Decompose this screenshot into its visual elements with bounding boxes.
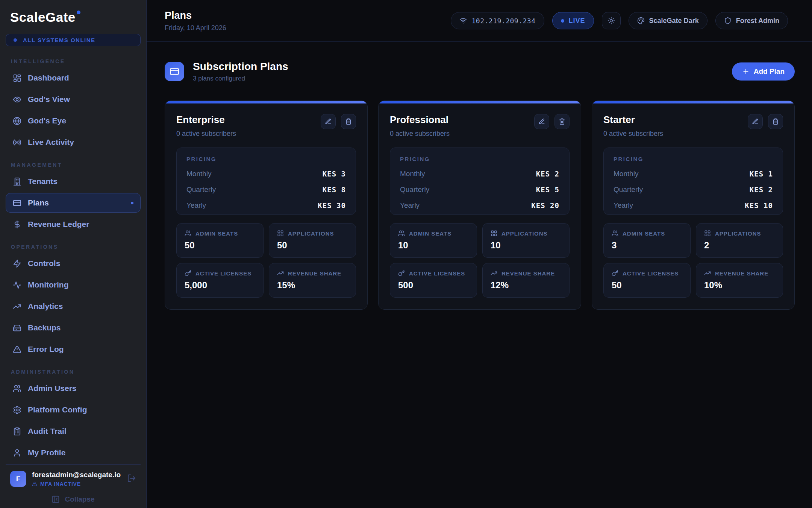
price-label: Monthly (186, 170, 212, 178)
status-dot-icon (14, 38, 17, 42)
alert-triangle-icon (13, 345, 21, 354)
admin-role-chip[interactable]: Forest Admin (715, 12, 788, 29)
user-card: F forestadmin@scalegate.io MFA INACTIVE (7, 471, 139, 487)
users-icon (612, 230, 618, 237)
price-label: Quarterly (614, 186, 643, 194)
sidebar-item-label: Plans (28, 198, 49, 207)
delete-plan-button[interactable] (554, 114, 570, 129)
logout-icon (127, 474, 136, 483)
live-status-badge: LIVE (552, 12, 594, 29)
stat-value: 50 (612, 280, 682, 291)
sidebar: ScaleGate ALL SYSTEMS ONLINE INTELLIGENC… (0, 0, 147, 508)
theme-selector-chip[interactable]: ScaleGate Dark (629, 12, 707, 29)
sidebar-item-admin-users[interactable]: Admin Users (6, 379, 141, 398)
price-label: Quarterly (400, 186, 429, 194)
price-row-quarterly: Quarterly KES 8 (186, 186, 346, 194)
delete-plan-button[interactable] (341, 114, 356, 129)
price-value: KES 5 (536, 186, 559, 194)
sidebar-item-label: Error Log (28, 345, 64, 354)
collapse-sidebar-button[interactable]: Collapse (7, 495, 139, 503)
stat-label: ADMIN SEATS (195, 230, 238, 237)
avatar: F (10, 471, 26, 487)
stat-value: 10% (704, 280, 775, 291)
pricing-box: PRICING Monthly KES 1 Quarterly KES 2 Ye… (603, 148, 783, 215)
stat-label: ACTIVE LICENSES (409, 270, 465, 277)
stat-active-licenses: ACTIVE LICENSES 500 (390, 263, 477, 298)
edit-plan-button[interactable] (321, 114, 336, 129)
sidebar-item-audit-trail[interactable]: Audit Trail (6, 421, 141, 441)
add-plan-button[interactable]: Add Plan (732, 62, 795, 81)
sidebar-item-error-log[interactable]: Error Log (6, 339, 141, 359)
page-title: Plans (165, 10, 226, 21)
edit-plan-button[interactable] (748, 114, 763, 129)
main-area: Plans Friday, 10 April 2026 102.219.209.… (147, 0, 812, 508)
sidebar-item-label: God's View (28, 95, 70, 104)
stat-label: ACTIVE LICENSES (195, 270, 251, 277)
price-label: Yearly (186, 201, 206, 210)
price-value: KES 3 (323, 170, 346, 178)
key-icon (612, 270, 618, 277)
credit-card-icon (13, 199, 21, 207)
trash-icon (345, 118, 352, 125)
price-value: KES 20 (531, 201, 559, 210)
key-icon (398, 270, 405, 277)
sidebar-item-gods-eye[interactable]: God's Eye (6, 111, 141, 131)
theme-toggle-button[interactable] (602, 12, 621, 29)
sidebar-item-controls[interactable]: Controls (6, 254, 141, 273)
sidebar-item-gods-view[interactable]: God's View (6, 90, 141, 109)
ip-address: 102.219.209.234 (471, 17, 535, 25)
pricing-title: PRICING (400, 156, 559, 162)
dollar-icon (13, 220, 21, 229)
sidebar-item-tenants[interactable]: Tenants (6, 172, 141, 191)
sidebar-item-revenue-ledger[interactable]: Revenue Ledger (6, 214, 141, 234)
shield-icon (724, 17, 732, 24)
sidebar-item-backups[interactable]: Backups (6, 318, 141, 338)
trending-up-icon (277, 270, 284, 277)
grid-icon (704, 230, 711, 237)
stat-label: ADMIN SEATS (409, 230, 451, 237)
stat-label: APPLICATIONS (501, 230, 548, 237)
price-row-monthly: Monthly KES 2 (400, 170, 559, 178)
stat-label: REVENUE SHARE (288, 270, 341, 277)
stat-admin-seats: ADMIN SEATS 10 (390, 223, 477, 258)
logout-button[interactable] (127, 474, 136, 484)
eye-icon (13, 95, 21, 104)
sidebar-item-label: Live Activity (28, 138, 74, 147)
sidebar-footer: F forestadmin@scalegate.io MFA INACTIVE … (6, 464, 141, 508)
stat-label: REVENUE SHARE (501, 270, 555, 277)
sidebar-item-label: Dashboard (28, 73, 69, 82)
sidebar-item-plans[interactable]: Plans (6, 193, 141, 213)
plan-name: Professional (390, 114, 450, 126)
card-accent-bar (592, 101, 794, 103)
sidebar-item-label: Platform Config (28, 405, 87, 414)
topbar-actions: 102.219.209.234 LIVE ScaleGate Dark Fore… (451, 12, 788, 29)
delete-plan-button[interactable] (768, 114, 783, 129)
stat-value: 15% (277, 280, 348, 291)
zap-icon (13, 259, 21, 268)
activity-icon (13, 281, 21, 289)
sidebar-item-monitoring[interactable]: Monitoring (6, 275, 141, 295)
sidebar-item-my-profile[interactable]: My Profile (6, 443, 141, 462)
stat-value: 2 (704, 240, 775, 251)
sidebar-item-platform-config[interactable]: Platform Config (6, 400, 141, 420)
price-row-quarterly: Quarterly KES 5 (400, 186, 559, 194)
price-value: KES 2 (536, 170, 559, 178)
edit-plan-button[interactable] (534, 114, 549, 129)
pencil-icon (538, 118, 545, 125)
stat-revenue-share: REVENUE SHARE 12% (482, 263, 570, 298)
stat-label: REVENUE SHARE (715, 270, 768, 277)
price-value: KES 1 (750, 170, 773, 178)
sidebar-item-label: Analytics (28, 302, 63, 311)
sidebar-item-live-activity[interactable]: Live Activity (6, 132, 141, 152)
section-title: Subscription Plans (193, 61, 288, 73)
sidebar-item-analytics[interactable]: Analytics (6, 297, 141, 316)
stat-label: ACTIVE LICENSES (623, 270, 679, 277)
stat-value: 12% (491, 280, 561, 291)
stat-value: 10 (398, 240, 469, 251)
sidebar-item-dashboard[interactable]: Dashboard (6, 68, 141, 88)
stat-active-licenses: ACTIVE LICENSES 50 (603, 263, 691, 298)
sidebar-nav: INTELLIGENCE Dashboard God's View God's … (6, 49, 141, 464)
panel-collapse-icon (52, 495, 60, 503)
ip-address-chip: 102.219.209.234 (451, 12, 544, 29)
credit-card-icon (170, 67, 179, 76)
